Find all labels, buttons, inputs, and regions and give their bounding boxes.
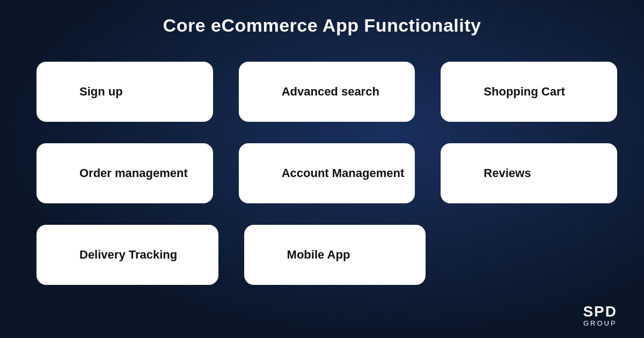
card-text-account-management: Account Management [282,166,405,181]
card-text-order-management: Order management [79,166,188,181]
spd-logo: SPD GROUP [583,304,617,327]
svg-point-4 [466,97,467,98]
svg-line-2 [263,94,266,98]
step-label-delivery-tracking: STEP [41,227,55,232]
card-shopping-cart: STEP 03 Shopping Cart [431,52,617,122]
svg-rect-8 [59,174,63,179]
step-label-shopping-cart: STEP [445,64,459,69]
step-number-advanced-search: 02 [244,69,255,80]
step-badge-shopping-cart: STEP 03 [441,62,463,83]
step-label-signup: STEP [41,64,55,69]
step-badge-reviews: STEP 06 [441,143,463,164]
step-number-delivery-tracking: 07 [42,232,54,244]
svg-rect-7 [53,174,57,179]
step-badge-delivery-tracking: STEP 07 [36,225,59,246]
step-badge-mobile-app: STEP 08 [244,225,267,246]
step-number-account-management: 05 [244,150,255,162]
cards-grid: STEP 01 Sign up STEP 02 Advanced search [27,52,617,285]
card-account-management: STEP 05 Account Management [229,134,415,203]
step-number-signup: 01 [42,69,54,80]
step-label-order-management: STEP [41,145,55,150]
svg-rect-5 [53,168,57,172]
card-text-reviews: Reviews [484,166,531,181]
card-reviews: STEP 06 Reviews [431,134,617,203]
svg-marker-13 [456,167,469,179]
step-number-shopping-cart: 03 [446,69,458,80]
card-mobile-app: STEP 08 Mobile App [235,215,426,285]
card-order-management: STEP 04 Order management [27,134,213,203]
card-text-advanced-search: Advanced search [282,84,379,99]
spd-logo-text: SPD [583,304,617,319]
svg-rect-6 [59,168,63,172]
step-number-mobile-app: 08 [249,232,261,244]
step-number-reviews: 06 [446,150,458,162]
step-label-account-management: STEP [243,145,257,150]
svg-point-3 [460,97,461,98]
step-badge-signup: STEP 01 [36,62,59,83]
spd-group-text: GROUP [583,319,617,327]
step-badge-order-management: STEP 04 [36,143,59,164]
bottom-row: STEP 07 Delivery Tracking STEP 08 Mobile… [27,215,617,285]
step-badge-advanced-search: STEP 02 [239,62,261,83]
step-label-mobile-app: STEP [248,227,262,232]
card-text-signup: Sign up [79,84,123,99]
page-title: Core eCommerce App Functionality [27,15,617,36]
card-advanced-search: STEP 02 Advanced search [229,52,415,122]
card-delivery-tracking: STEP 07 Delivery Tracking [27,215,218,285]
step-badge-account-management: STEP 05 [239,143,261,164]
card-text-shopping-cart: Shopping Cart [484,84,565,99]
step-label-advanced-search: STEP [243,64,257,69]
card-text-mobile-app: Mobile App [287,247,350,262]
card-signup: STEP 01 Sign up [27,52,213,122]
step-number-order-management: 04 [42,150,54,162]
step-label-reviews: STEP [445,145,459,150]
card-text-delivery-tracking: Delivery Tracking [79,247,177,262]
